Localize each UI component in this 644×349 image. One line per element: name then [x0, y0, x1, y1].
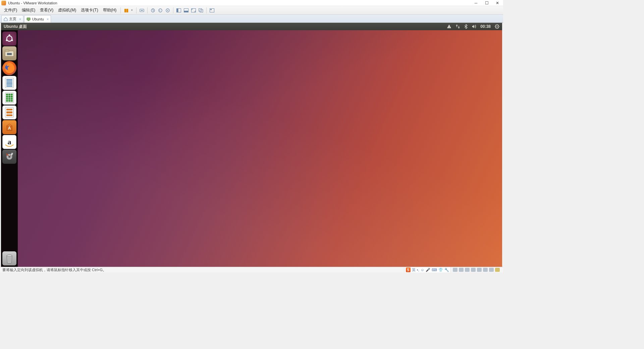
svg-point-19 — [497, 26, 498, 27]
tab-bar: 主页 × Ubuntu × — [0, 15, 503, 23]
send-ctrl-alt-del-button[interactable] — [139, 7, 145, 14]
launcher-impress[interactable] — [2, 105, 16, 119]
unity-launcher: A a — [1, 30, 18, 267]
separator — [136, 7, 137, 13]
close-button[interactable]: ✕ — [495, 1, 500, 5]
software-icon: A — [5, 122, 14, 132]
writer-icon — [5, 78, 14, 88]
device-cd-icon[interactable] — [459, 268, 464, 272]
device-net-icon[interactable] — [465, 268, 470, 272]
show-console-button[interactable] — [175, 7, 182, 14]
ime-punct-icon[interactable]: •, — [417, 268, 419, 272]
settings-icon — [4, 152, 14, 162]
tab-label: 主页 — [9, 16, 16, 21]
tab-ubuntu[interactable]: Ubuntu × — [24, 15, 51, 22]
menu-file[interactable]: 文件(F) — [2, 7, 19, 14]
statusbar: 要将输入定向到该虚拟机，请将鼠标指针移入其中或按 Ctrl+G。 S 英 •, … — [0, 267, 503, 272]
session-indicator-icon[interactable] — [495, 24, 499, 29]
thumbnail-view-button[interactable] — [183, 7, 190, 14]
svg-point-31 — [8, 156, 10, 158]
separator — [173, 7, 173, 13]
unity-mode-button[interactable] — [198, 7, 204, 14]
svg-rect-26 — [7, 53, 12, 55]
svg-rect-14 — [210, 9, 212, 10]
tab-home[interactable]: 主页 × — [1, 15, 23, 22]
ubuntu-logo-icon — [5, 34, 14, 43]
sound-indicator-icon[interactable] — [472, 24, 476, 29]
revert-snapshot-button[interactable] — [157, 7, 164, 14]
launcher-calc[interactable] — [2, 91, 16, 105]
window-controls: ─ ☐ ✕ — [474, 1, 502, 5]
launcher-software[interactable]: A — [2, 120, 16, 134]
svg-rect-1 — [141, 10, 143, 11]
status-text: 要将输入定向到该虚拟机，请将鼠标指针移入其中或按 Ctrl+G。 — [1, 267, 404, 272]
launcher-firefox[interactable] — [2, 61, 16, 75]
ime-lang[interactable]: 英 — [412, 267, 416, 272]
ubuntu-wallpaper[interactable] — [18, 30, 502, 267]
device-display-icon[interactable] — [489, 268, 494, 272]
amazon-icon: a — [8, 138, 11, 146]
clock-indicator[interactable]: 00:38 — [480, 24, 491, 29]
device-sound-icon[interactable] — [477, 268, 482, 272]
device-hdd-icon[interactable] — [453, 268, 458, 272]
svg-rect-16 — [28, 20, 29, 21]
launcher-trash[interactable] — [2, 251, 16, 265]
svg-rect-11 — [199, 8, 202, 11]
separator — [120, 7, 121, 13]
ime-skin-icon[interactable]: 👕 — [438, 268, 443, 272]
svg-point-22 — [11, 40, 13, 41]
launcher-settings[interactable] — [2, 150, 16, 164]
ime-voice-icon[interactable]: 🎤 — [426, 268, 430, 272]
sogou-logo-icon[interactable]: S — [406, 267, 411, 272]
separator — [206, 7, 207, 13]
library-button[interactable] — [209, 7, 215, 14]
launcher-amazon[interactable]: a — [2, 135, 16, 149]
ime-emoji-icon[interactable]: ☺ — [421, 268, 424, 272]
keyboard-indicator-icon[interactable] — [447, 24, 451, 29]
ime-bar: S 英 •, ☺ 🎤 ⌨ 👕 🔧 — [404, 267, 450, 272]
vm-icon — [26, 17, 31, 21]
files-icon — [4, 49, 14, 58]
snapshot-button[interactable] — [150, 7, 156, 14]
menu-vm[interactable]: 虚拟机(M) — [56, 7, 78, 14]
calc-icon — [5, 93, 14, 103]
fullscreen-button[interactable] — [190, 7, 197, 14]
device-usb-icon[interactable] — [471, 268, 476, 272]
svg-text:A: A — [8, 126, 11, 131]
tab-close-button[interactable]: × — [47, 17, 49, 21]
svg-rect-7 — [177, 8, 178, 12]
svg-point-17 — [449, 27, 449, 28]
manage-snapshots-button[interactable] — [164, 7, 171, 14]
vm-device-icons — [450, 267, 502, 272]
menu-view[interactable]: 查看(V) — [38, 7, 55, 14]
launcher-writer[interactable] — [2, 76, 16, 90]
minimize-button[interactable]: ─ — [474, 1, 478, 5]
ime-softkbd-icon[interactable]: ⌨ — [432, 268, 437, 272]
tab-label: Ubuntu — [32, 17, 44, 21]
tab-close-button[interactable]: × — [19, 17, 21, 21]
launcher-files[interactable] — [2, 46, 16, 60]
vmware-app-icon — [1, 1, 6, 5]
device-printer-icon[interactable] — [483, 268, 488, 272]
menu-help[interactable]: 帮助(H) — [101, 7, 119, 14]
menu-tabs[interactable]: 选项卡(T) — [79, 7, 100, 14]
home-icon — [4, 17, 8, 21]
maximize-button[interactable]: ☐ — [484, 1, 489, 5]
network-indicator-icon[interactable] — [455, 24, 460, 29]
ubuntu-panel-title: Ubuntu 桌面 — [4, 24, 27, 30]
svg-rect-32 — [10, 153, 13, 156]
svg-rect-15 — [27, 18, 30, 20]
device-msg-icon[interactable] — [495, 268, 500, 272]
menubar: 文件(F) 编辑(E) 查看(V) 虚拟机(M) 选项卡(T) 帮助(H) ▮▮… — [0, 6, 503, 15]
bluetooth-indicator-icon[interactable] — [464, 24, 468, 29]
vm-viewport[interactable]: Ubuntu 桌面 00:38 — [1, 23, 502, 267]
pause-vm-button[interactable]: ▮▮ — [123, 7, 129, 14]
impress-icon — [5, 107, 14, 117]
launcher-dash[interactable] — [2, 32, 16, 46]
power-dropdown[interactable]: ▼ — [129, 9, 134, 12]
svg-point-3 — [159, 9, 162, 12]
separator — [147, 7, 148, 13]
menu-edit[interactable]: 编辑(E) — [20, 7, 37, 14]
ime-toolbox-icon[interactable]: 🔧 — [444, 268, 449, 272]
svg-rect-12 — [200, 9, 203, 12]
